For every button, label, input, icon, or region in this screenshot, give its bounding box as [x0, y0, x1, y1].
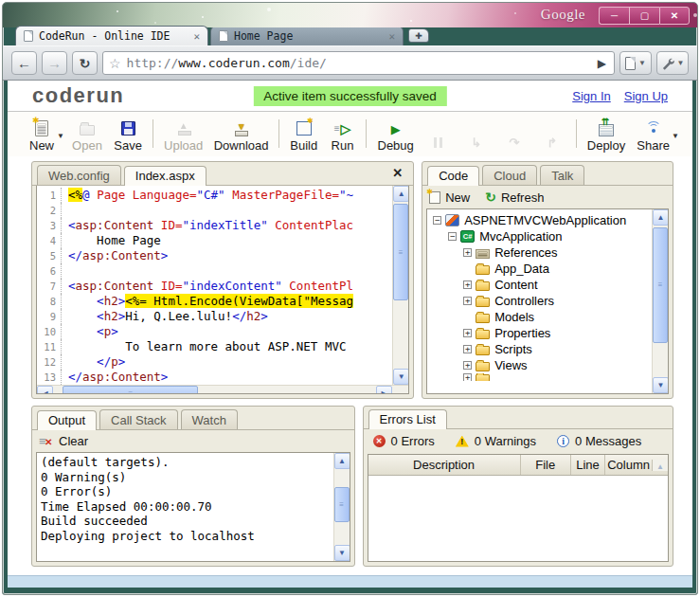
scroll-down-icon[interactable]: ▼	[334, 545, 350, 561]
sign-up-link[interactable]: Sign Up	[624, 89, 668, 103]
minimize-button[interactable]	[599, 7, 629, 25]
expand-icon[interactable]: +	[463, 248, 472, 257]
deploy-button[interactable]: Deploy	[582, 114, 631, 154]
expand-icon[interactable]: +	[463, 297, 472, 305]
tree-item-controllers[interactable]: +Controllers	[431, 293, 652, 309]
code-line-10[interactable]: 10 <p>	[37, 324, 392, 339]
close-button[interactable]	[659, 7, 690, 25]
browser-tab-coderun[interactable]: CodeRun - Online IDE ✕	[15, 26, 208, 45]
explorer-new-button[interactable]: New	[429, 190, 470, 205]
collapse-icon[interactable]: −	[433, 216, 441, 225]
warnings-count[interactable]: 0 Warnings	[456, 434, 536, 448]
download-button[interactable]: Download	[208, 114, 274, 154]
tree-item-mvcapplication[interactable]: −MvcApplication	[431, 228, 652, 244]
tab-webconfig[interactable]: Web.config	[37, 165, 121, 185]
code-line-6[interactable]: 6	[37, 263, 392, 279]
project-tree[interactable]: −ASPNETMVCWebApplication−MvcApplication+…	[427, 209, 652, 393]
tab-errors-list[interactable]: Errors List	[368, 409, 447, 429]
expand-icon[interactable]: +	[463, 280, 472, 289]
back-button[interactable]: ←	[11, 51, 37, 75]
code-editor[interactable]: 1<%@ Page Language="C#" MasterPageFile="…	[36, 186, 409, 394]
build-button[interactable]: Build	[284, 114, 323, 154]
code-line-7[interactable]: 7<asp:Content ID="indexContent" ContentP…	[37, 279, 392, 294]
step-out-button[interactable]: ↱	[533, 114, 571, 154]
bookmark-star-icon[interactable]: ☆	[109, 56, 121, 71]
new-dropdown-icon[interactable]: ▼	[57, 132, 64, 140]
tree-item-properties[interactable]: +Properties	[431, 325, 652, 341]
url-text[interactable]: http://www.coderun.com/ide/	[127, 56, 592, 70]
maximize-button[interactable]	[629, 7, 659, 25]
expand-icon[interactable]: +	[463, 345, 472, 353]
tree-item[interactable]: +	[431, 373, 652, 381]
sign-in-link[interactable]: Sign In	[572, 89, 610, 103]
address-bar[interactable]: ☆ http://www.coderun.com/ide/ ▶	[102, 51, 615, 75]
tree-item-content[interactable]: +Content	[431, 277, 652, 293]
browser-tab-homepage[interactable]: Home Page ✕	[210, 26, 404, 45]
column-line[interactable]: Line	[571, 455, 605, 475]
tab-close-icon[interactable]: ✕	[388, 30, 395, 43]
open-button[interactable]: Open	[66, 114, 108, 154]
code-line-12[interactable]: 12 </p>	[37, 354, 392, 370]
expand-icon[interactable]: +	[463, 373, 472, 381]
debug-button[interactable]: Debug	[371, 114, 419, 154]
scrollbar-track[interactable]: ≡	[653, 226, 668, 377]
forward-button[interactable]: →	[42, 51, 67, 75]
collapse-icon[interactable]: −	[448, 232, 457, 241]
scrollbar-track[interactable]: ≡	[393, 202, 408, 369]
pause-button[interactable]	[420, 114, 458, 154]
new-button[interactable]: New	[23, 114, 61, 154]
code-line-8[interactable]: 8 <h2><%= Html.Encode(ViewData["Messag	[37, 294, 392, 309]
tree-vertical-scrollbar[interactable]: ▲ ≡ ▼	[652, 209, 668, 393]
code-line-5[interactable]: 5</asp:Content>	[37, 248, 392, 263]
scroll-right-icon[interactable]: ▶	[376, 386, 392, 394]
code-line-13[interactable]: 13</asp:Content>	[37, 370, 392, 385]
upload-button[interactable]: Upload	[158, 114, 208, 154]
tab-output[interactable]: Output	[37, 410, 97, 430]
scroll-up-icon[interactable]: ▲	[393, 186, 409, 202]
errors-count[interactable]: 0 Errors	[373, 434, 435, 448]
expand-icon[interactable]: +	[463, 329, 472, 337]
editor-close-icon[interactable]: ✕	[386, 166, 408, 184]
share-button[interactable]: Share	[631, 114, 675, 154]
messages-count[interactable]: 0 Messages	[557, 434, 641, 448]
tree-item-views[interactable]: +Views	[431, 357, 652, 373]
tree-item-references[interactable]: +References	[431, 244, 652, 261]
scrollbar-thumb[interactable]: ≡	[393, 204, 408, 300]
code-line-1[interactable]: 1<%@ Page Language="C#" MasterPageFile="…	[37, 188, 392, 203]
share-dropdown-icon[interactable]: ▼	[672, 132, 679, 140]
scrollbar-track[interactable]: ≡	[53, 386, 376, 394]
run-button[interactable]: Run	[323, 114, 361, 154]
refresh-button[interactable]: ↻Refresh	[485, 190, 544, 205]
scroll-down-icon[interactable]: ▼	[653, 377, 669, 393]
tab-call-stack[interactable]: Call Stack	[99, 409, 178, 429]
page-menu-button[interactable]: ▼	[619, 51, 652, 75]
column-description[interactable]: Description	[368, 455, 521, 475]
code-line-9[interactable]: 9 <h2>Hi, Q.Lee.lulu!</h2>	[37, 309, 392, 324]
save-button[interactable]: Save	[108, 114, 148, 154]
scroll-up-icon[interactable]: ▲	[334, 453, 350, 469]
code-line-11[interactable]: 11 To learn more about ASP.NET MVC	[37, 339, 392, 354]
clear-button[interactable]: Clear	[39, 434, 88, 448]
scrollbar-thumb[interactable]: ≡	[653, 227, 668, 343]
step-over-button[interactable]: ↷	[495, 114, 533, 154]
code-line-2[interactable]: 2	[37, 203, 392, 218]
output-vertical-scrollbar[interactable]: ▲ ≡ ▼	[333, 453, 350, 561]
tab-talk[interactable]: Talk	[540, 165, 584, 185]
code-lines[interactable]: 1<%@ Page Language="C#" MasterPageFile="…	[37, 186, 392, 385]
step-into-button[interactable]: ↳	[458, 114, 495, 154]
scrollbar-track[interactable]: ≡	[334, 469, 350, 545]
tab-close-icon[interactable]: ✕	[193, 30, 200, 43]
tree-item-scripts[interactable]: +Scripts	[431, 341, 652, 357]
code-line-4[interactable]: 4 Home Page	[37, 233, 392, 248]
tab-code[interactable]: Code	[427, 166, 479, 186]
reload-button[interactable]: ↻	[72, 51, 98, 75]
tab-cloud[interactable]: Cloud	[482, 165, 537, 185]
scrollbar-thumb[interactable]: ≡	[334, 487, 350, 522]
scroll-down-icon[interactable]: ▼	[393, 369, 409, 385]
tree-item-aspnetmvcwebapplication[interactable]: −ASPNETMVCWebApplication	[431, 212, 652, 228]
tab-indexaspx[interactable]: Index.aspx	[124, 166, 206, 186]
scroll-left-icon[interactable]: ◀	[37, 386, 53, 394]
tree-item-app_data[interactable]: App_Data	[431, 261, 652, 277]
tab-watch[interactable]: Watch	[181, 409, 238, 429]
tree-item-models[interactable]: Models	[431, 309, 652, 325]
